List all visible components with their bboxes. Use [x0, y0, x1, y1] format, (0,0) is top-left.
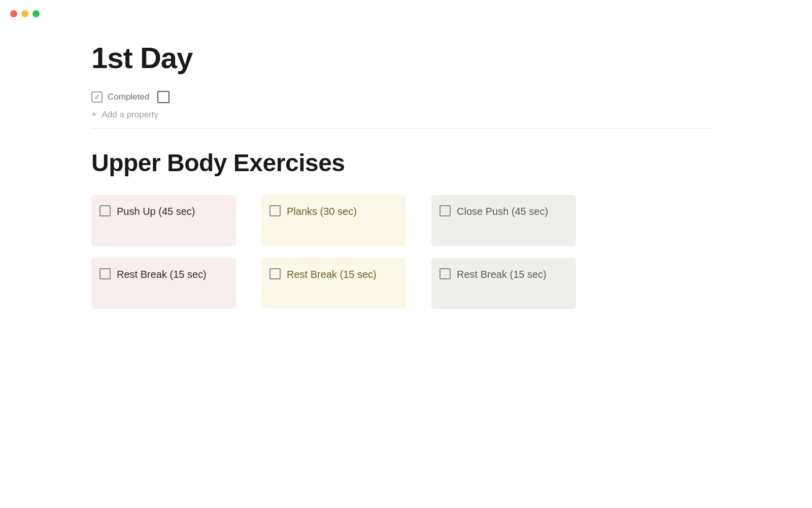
completed-property-row: Completed — [91, 91, 710, 103]
completed-checkbox-icon[interactable] — [91, 91, 103, 103]
main-content: 1st Day Completed + Add a property Upper… — [0, 0, 710, 339]
exercise-card-3: Close Push (45 sec) — [431, 195, 576, 246]
exercise-checkbox-2[interactable] — [269, 205, 281, 216]
exercise-checkbox-6[interactable] — [439, 268, 451, 279]
exercise-label-3: Close Push (45 sec) — [457, 204, 548, 218]
exercise-label-6: Rest Break (15 sec) — [457, 267, 547, 281]
exercise-card-6: Rest Break (15 sec) — [431, 258, 576, 309]
exercise-label-1: Push Up (45 sec) — [117, 204, 195, 218]
exercise-card-5: Rest Break (15 sec) — [261, 258, 406, 309]
maximize-button[interactable] — [32, 10, 40, 17]
exercise-checkbox-3[interactable] — [439, 205, 451, 216]
exercise-label-2: Planks (30 sec) — [287, 204, 357, 218]
add-property-row[interactable]: + Add a property — [91, 109, 710, 120]
properties-section: Completed + Add a property — [91, 91, 710, 120]
exercise-checkbox-5[interactable] — [269, 268, 281, 279]
completed-property-label: Completed — [91, 91, 149, 103]
exercise-card-2: Planks (30 sec) — [261, 195, 406, 246]
page-title: 1st Day — [91, 41, 710, 75]
exercise-card-4: Rest Break (15 sec) — [91, 258, 236, 309]
minimize-button[interactable] — [21, 10, 28, 17]
divider — [91, 128, 710, 129]
plus-icon: + — [91, 109, 97, 120]
exercises-grid: Push Up (45 sec)Planks (30 sec)Close Pus… — [91, 195, 710, 309]
add-property-label: Add a property — [102, 110, 159, 120]
exercise-checkbox-4[interactable] — [99, 268, 111, 279]
section-title: Upper Body Exercises — [91, 149, 710, 177]
close-button[interactable] — [10, 10, 17, 17]
exercise-label-5: Rest Break (15 sec) — [287, 267, 377, 281]
exercise-checkbox-1[interactable] — [99, 205, 111, 216]
completed-value-checkbox[interactable] — [157, 91, 170, 103]
exercise-label-4: Rest Break (15 sec) — [117, 267, 207, 281]
completed-label: Completed — [108, 92, 149, 102]
traffic-lights — [10, 10, 40, 17]
exercise-card-1: Push Up (45 sec) — [91, 195, 236, 246]
